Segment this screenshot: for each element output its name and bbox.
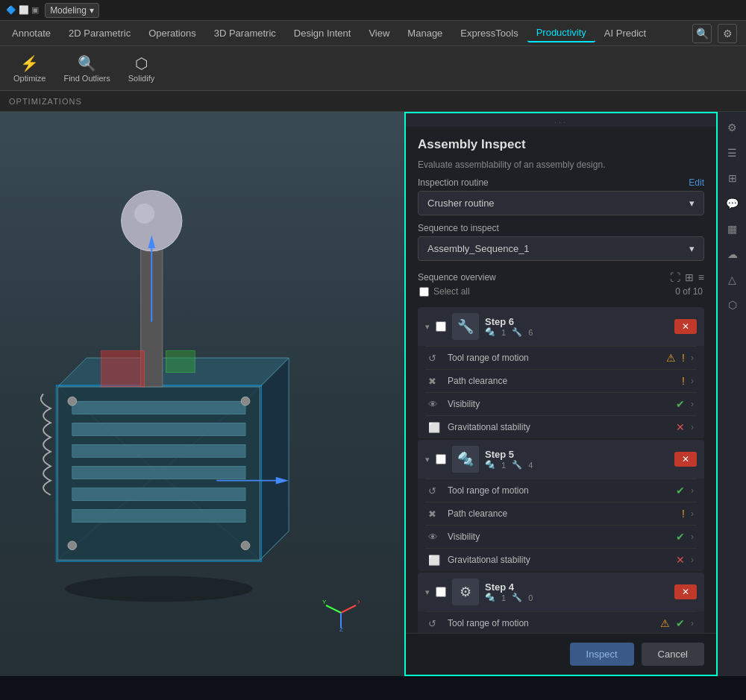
step-4-meta-icon2: 🔧 — [512, 593, 522, 602]
check-6-grav-stab: ⬜ Gravitational stability ✕ › — [425, 415, 697, 438]
optimize-btn[interactable]: ⚡ Optimize — [9, 51, 50, 86]
step-4-checkbox[interactable] — [436, 587, 446, 597]
menu-3d-param[interactable]: 3D Parametric — [205, 25, 285, 42]
find-outliers-btn[interactable]: 🔍 Find Outliers — [59, 51, 114, 86]
step-4-error-btn[interactable]: ✕ — [674, 584, 697, 599]
settings-icon[interactable]: ⚙ — [718, 24, 737, 43]
sidebar-cloud-btn[interactable]: ☁ — [721, 243, 744, 265]
step-4-chevron[interactable]: ▾ — [425, 587, 430, 597]
search-icon[interactable]: 🔍 — [692, 24, 712, 43]
check-6-visibility: 👁 Visibility ✔ › — [425, 392, 697, 415]
s5-tool-range-icon: ↺ — [428, 485, 442, 496]
s5-tool-range-expand[interactable]: › — [691, 485, 694, 496]
main-area: X Y Z ... Assembly Inspect Evaluate asse… — [0, 112, 746, 676]
path-clear-status: ! — [682, 375, 685, 387]
panel-title: Assembly Inspect — [418, 137, 704, 152]
step-5-chevron[interactable]: ▾ — [425, 455, 430, 464]
path-clear-expand[interactable]: › — [691, 376, 694, 386]
step-6-checkbox[interactable] — [436, 321, 446, 332]
s5-path-clear-expand[interactable]: › — [691, 508, 694, 519]
step-5-error-btn[interactable]: ✕ — [674, 452, 697, 467]
solidify-btn[interactable]: ⬡ Solidify — [124, 51, 159, 86]
edit-link[interactable]: Edit — [689, 177, 704, 188]
svg-rect-7 — [72, 444, 245, 457]
inspect-button[interactable]: Inspect — [570, 643, 634, 666]
step-6-error-btn[interactable]: ✕ — [674, 319, 697, 334]
step-6-chevron[interactable]: ▾ — [425, 322, 430, 332]
sidebar-triangle-btn[interactable]: △ — [721, 268, 744, 291]
path-clear-label: Path clearance — [448, 376, 676, 386]
grid-icon[interactable]: ≡ — [698, 271, 704, 283]
s5-grav-stab-icon: ⬜ — [428, 555, 442, 566]
s4-tool-range-expand[interactable]: › — [691, 618, 694, 628]
select-all-checkbox[interactable] — [419, 287, 429, 297]
sidebar-table-btn[interactable]: ▦ — [721, 218, 744, 240]
grav-stab-expand[interactable]: › — [691, 422, 694, 432]
panel-drag-handle[interactable]: ... — [406, 113, 716, 127]
title-bar-icons: 🔷 ⬜ ▣ — [6, 5, 39, 15]
sidebar-balloon-btn[interactable]: 💬 — [721, 192, 744, 215]
sequence-overview-section: Sequence overview ⛶ ⊞ ≡ Select all 0 of … — [418, 268, 704, 300]
s5-grav-stab-expand[interactable]: › — [691, 555, 694, 565]
svg-marker-3 — [260, 358, 289, 560]
svg-rect-10 — [72, 509, 245, 522]
sequence-overview-label: Sequence overview — [418, 272, 496, 283]
sidebar-sliders-btn[interactable]: ⚙ — [721, 116, 744, 139]
visibility-label: Visibility — [448, 399, 670, 409]
grav-stab-status: ✕ — [676, 421, 685, 433]
sidebar-grid-btn[interactable]: ⊞ — [721, 167, 744, 189]
menu-manage[interactable]: Manage — [398, 25, 451, 42]
menu-view[interactable]: View — [360, 25, 398, 42]
s5-grav-stab-status: ✕ — [676, 554, 685, 566]
svg-rect-8 — [72, 466, 245, 479]
check-5-path-clear: ✖ Path clearance ! › — [425, 502, 697, 525]
step-4-meta: 🔩 1 🔧 0 — [485, 593, 668, 602]
tool-range-expand[interactable]: › — [691, 353, 694, 363]
svg-point-21 — [134, 204, 154, 224]
sidebar-layers-btn[interactable]: ☰ — [721, 142, 744, 164]
grav-stab-icon: ⬜ — [428, 422, 442, 433]
s5-path-clear-icon: ✖ — [428, 508, 442, 520]
bottom-area: to setup Assembly Inspect nt routine/Can… — [0, 676, 746, 700]
expand-icon[interactable]: ⛶ — [670, 271, 680, 283]
mode-dropdown[interactable]: Modeling ▾ — [45, 3, 99, 18]
step-5-checkbox[interactable] — [436, 454, 446, 464]
panel-subtitle: Evaluate assemblability of an assembly d… — [418, 160, 704, 170]
menu-annotate[interactable]: Annotate — [3, 25, 60, 42]
step-4-meta-count1: 1 — [501, 593, 506, 602]
step-6-checks: ↺ Tool range of motion ⚠ ! › ✖ Path clea… — [418, 346, 704, 438]
step-4-name: Step 4 — [485, 581, 668, 593]
tool-range-warn-icon: ⚠ — [666, 352, 676, 364]
steps-container: ▾ 🔧 Step 6 🔩 1 🔧 6 ✕ — [418, 307, 704, 633]
s5-visibility-expand[interactable]: › — [691, 532, 694, 542]
count-label: 0 of 10 — [675, 286, 703, 297]
select-all-label[interactable]: Select all — [419, 286, 470, 297]
s5-visibility-icon: 👁 — [428, 532, 442, 543]
visibility-status: ✔ — [676, 398, 685, 410]
sequence-overview-header: Sequence overview ⛶ ⊞ ≡ — [418, 271, 704, 283]
s5-path-clear-label: Path clearance — [448, 508, 676, 519]
mode-label: Modeling — [50, 5, 87, 16]
list-icon[interactable]: ⊞ — [685, 271, 694, 283]
toolbar: ⚡ Optimize 🔍 Find Outliers ⬡ Solidify — [0, 46, 746, 91]
s4-tool-range-ok: ✔ — [676, 617, 685, 629]
menu-operations[interactable]: Operations — [140, 25, 205, 42]
cancel-button[interactable]: Cancel — [642, 643, 704, 666]
menu-design-intent[interactable]: Design Intent — [285, 25, 360, 42]
svg-rect-27 — [166, 350, 195, 372]
svg-rect-5 — [72, 401, 245, 414]
routine-value: Crusher routine — [427, 198, 495, 209]
svg-rect-9 — [72, 488, 245, 500]
sequence-dropdown[interactable]: Assembly_Sequence_1 ▾ — [418, 236, 704, 261]
menu-productivity[interactable]: Productivity — [527, 24, 595, 42]
sidebar-3dbox-btn[interactable]: ⬡ — [721, 294, 744, 316]
s5-visibility-status: ✔ — [676, 531, 685, 543]
menu-expresstools[interactable]: ExpressTools — [451, 25, 527, 42]
axes-indicator: X Y Z — [322, 594, 360, 631]
menu-2d-param[interactable]: 2D Parametric — [60, 25, 140, 42]
menu-ai-predict[interactable]: AI Predict — [595, 25, 655, 42]
check-5-visibility: 👁 Visibility ✔ › — [425, 525, 697, 548]
visibility-expand[interactable]: › — [691, 399, 694, 409]
step-5-info: Step 5 🔩 1 🔧 4 — [485, 449, 668, 470]
routine-dropdown[interactable]: Crusher routine ▾ — [418, 191, 704, 215]
